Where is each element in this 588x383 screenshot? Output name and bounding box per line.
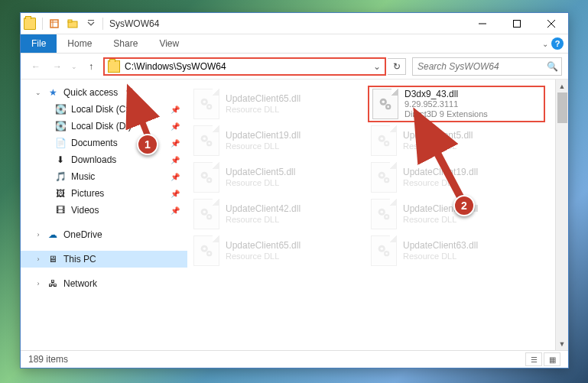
forward-button[interactable]: → <box>48 57 67 76</box>
status-item-count: 189 items <box>28 354 68 365</box>
file-item[interactable]: UpdateClient63.dllResource DLL <box>368 232 545 269</box>
sidebar-item-onedrive[interactable]: ›☁OneDrive <box>21 226 187 243</box>
pin-icon: 📌 <box>171 156 180 164</box>
file-list-pane[interactable]: UpdateClient65.dllResource DLLD3dx9_43.d… <box>187 80 568 350</box>
dll-file-icon <box>193 125 219 156</box>
close-button[interactable] <box>534 13 568 34</box>
qat-properties-icon[interactable] <box>46 15 63 32</box>
drive-icon: 💽 <box>54 120 67 132</box>
view-details-button[interactable]: ☰ <box>525 352 542 366</box>
sidebar-label: Music <box>71 171 95 182</box>
pin-icon: 📌 <box>171 173 180 181</box>
svg-point-17 <box>208 142 210 144</box>
tab-home[interactable]: Home <box>57 34 102 53</box>
search-box[interactable]: 🔍 <box>412 57 562 76</box>
sidebar-label: Quick access <box>63 87 118 98</box>
file-desc: Resource DLL <box>226 252 300 261</box>
address-dropdown-icon[interactable]: ⌄ <box>369 61 385 72</box>
dll-file-icon <box>371 162 397 193</box>
svg-rect-2 <box>68 20 72 22</box>
svg-rect-3 <box>88 20 94 21</box>
pin-icon: 📌 <box>171 105 180 114</box>
recent-dropdown-icon[interactable]: ⌄ <box>70 57 79 76</box>
ribbon-expand-icon[interactable]: ⌄ <box>542 40 548 48</box>
onedrive-icon: ☁ <box>47 229 59 241</box>
pictures-icon: 🖼 <box>54 187 67 200</box>
file-name: D3dx9_43.dll <box>404 89 488 99</box>
address-input[interactable] <box>123 59 369 74</box>
sidebar-item-quick-access[interactable]: ⌄★Quick access <box>21 84 187 101</box>
tab-file[interactable]: File <box>21 34 57 53</box>
scroll-down-icon[interactable]: ▼ <box>556 337 568 350</box>
back-button[interactable]: ← <box>27 57 45 76</box>
sidebar-item-network[interactable]: ›🖧Network <box>21 275 187 292</box>
search-icon[interactable]: 🔍 <box>543 61 561 72</box>
file-item[interactable]: UpdateClient5.dllResource DLL <box>190 159 368 196</box>
dll-file-icon <box>371 235 397 266</box>
file-item[interactable]: UpdateClient19.dllResource DLL <box>368 159 545 196</box>
refresh-button[interactable]: ↻ <box>388 58 406 75</box>
address-bar[interactable]: ⌄ <box>103 57 386 76</box>
vertical-scrollbar[interactable]: ▲ ▼ <box>555 80 568 350</box>
help-icon[interactable]: ? <box>551 37 564 50</box>
svg-point-29 <box>385 179 388 181</box>
svg-point-19 <box>380 137 383 140</box>
sidebar-item-downloads[interactable]: ⬇Downloads📌 <box>21 151 187 168</box>
drive-icon: 💽 <box>54 103 67 115</box>
network-icon: 🖧 <box>47 278 59 290</box>
navigation-pane[interactable]: ⌄★Quick access 💽Local Disk (C:)📌 💽Local … <box>21 80 187 350</box>
file-item[interactable]: UpdateClient5.dllResource DLL <box>368 122 545 159</box>
search-input[interactable] <box>413 59 543 74</box>
file-desc: Resource DLL <box>226 178 295 188</box>
view-icons-button[interactable]: ▦ <box>544 352 560 366</box>
dll-file-icon <box>372 89 398 119</box>
sidebar-item-local-d[interactable]: 💽Local Disk (D:)📌 <box>21 118 187 135</box>
file-desc2: Direct3D 9 Extensions <box>404 109 488 119</box>
file-item[interactable]: UpdateClient19.dllResource DLL <box>190 122 368 159</box>
qat-newfolder-icon[interactable] <box>64 15 81 32</box>
svg-point-13 <box>387 105 389 108</box>
sidebar-label: Local Disk (C:) <box>71 104 132 115</box>
file-item[interactable]: UpdateClient65.dllResource DLL <box>190 86 368 122</box>
sidebar-item-music[interactable]: 🎵Music📌 <box>21 168 187 185</box>
documents-icon: 📄 <box>54 137 67 149</box>
svg-point-25 <box>208 179 210 181</box>
dll-file-icon <box>371 125 397 156</box>
file-name: UpdateClient19.dll <box>226 130 300 141</box>
maximize-button[interactable] <box>499 13 534 34</box>
quick-access-toolbar <box>41 15 105 32</box>
title-bar[interactable]: SysWOW64 <box>21 13 568 34</box>
sidebar-item-documents[interactable]: 📄Documents📌 <box>21 135 187 151</box>
this-pc-icon: 🖥 <box>47 253 59 265</box>
sidebar-item-this-pc[interactable]: ›🖥This PC <box>21 251 187 268</box>
file-item[interactable]: UpdateClient42.dllResource DLL <box>190 196 368 232</box>
file-name: UpdateClient5.dll <box>226 167 295 177</box>
sidebar-label: This PC <box>63 254 96 265</box>
up-button[interactable]: ↑ <box>82 57 100 76</box>
sidebar-label: OneDrive <box>63 229 102 240</box>
file-item[interactable]: D3dx9_43.dll9.29.952.3111Direct3D 9 Exte… <box>368 86 545 122</box>
sidebar-item-pictures[interactable]: 🖼Pictures📌 <box>21 185 187 202</box>
file-name: UpdateClient5.dll <box>403 130 473 141</box>
tab-share[interactable]: Share <box>102 34 148 53</box>
tab-view[interactable]: View <box>148 34 190 53</box>
svg-rect-0 <box>50 20 58 28</box>
svg-point-15 <box>203 137 206 140</box>
address-folder-icon <box>108 60 120 73</box>
videos-icon: 🎞 <box>54 204 67 216</box>
pin-icon: 📌 <box>171 122 180 131</box>
dll-file-icon <box>193 199 219 229</box>
svg-rect-5 <box>513 20 520 27</box>
file-item[interactable]: UpdateClient65.dllResource DLL <box>190 232 368 269</box>
svg-point-33 <box>208 216 210 218</box>
pin-icon: 📌 <box>171 206 180 215</box>
sidebar-item-local-c[interactable]: 💽Local Disk (C:)📌 <box>21 101 187 118</box>
file-name: UpdateClient65.dll <box>226 240 300 251</box>
dll-file-icon <box>193 89 219 119</box>
minimize-button[interactable] <box>465 13 499 34</box>
scroll-thumb[interactable] <box>557 93 567 123</box>
svg-point-45 <box>385 252 388 255</box>
scroll-up-icon[interactable]: ▲ <box>556 80 568 93</box>
qat-dropdown-icon[interactable] <box>83 15 99 32</box>
sidebar-item-videos[interactable]: 🎞Videos📌 <box>21 202 187 219</box>
